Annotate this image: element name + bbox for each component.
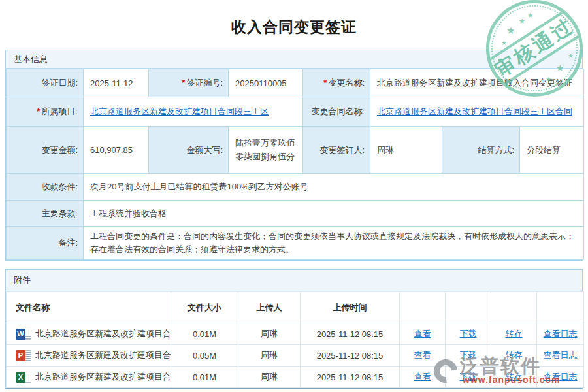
page: 收入合同变更签证 审核通过 ★ ★ ★ ★ ★ ★ ★ 基本信息 签证日期: 2…: [0, 0, 588, 392]
column-header-blank: [446, 292, 491, 323]
field-value-payment-terms: 次月20号前支付上月已结算的租赁费100%到乙方对公账号: [84, 174, 584, 201]
file-uploader: 周琳: [238, 345, 301, 367]
attachments-table: 文件名称 文件大小 上传人 上传时间 W 北京路道服务区新建及改扩建项目合 0.…: [6, 291, 584, 388]
table-row: 变更金额: 610,907.85 金额大写: 陆拾壹万零玖佰零柒圆捌角伍分 变更…: [7, 127, 584, 174]
table-row: 签证日期: 2025-11-12 *签证编号: 20250110005 *变更名…: [7, 69, 584, 97]
field-value-sign-no: 20250110005: [229, 69, 303, 97]
label-text: 签证编号:: [186, 78, 223, 88]
excel-file-icon: X: [16, 372, 31, 383]
file-upload-time: 2025-11-12 08:15: [301, 323, 400, 345]
field-value-change-contract: 北京路道服务区新建及改扩建项目合同段三工区合同: [370, 97, 584, 127]
file-name-cell: P 北京路道服务区新建及改扩建项目合: [7, 345, 171, 367]
label-text: 结算方式:: [478, 145, 514, 155]
ppt-file-icon: P: [16, 350, 31, 361]
field-label-main-clause: 主要条款:: [7, 201, 84, 227]
view-log-link[interactable]: 查看日志: [544, 350, 578, 360]
action-cell: 查看日志: [537, 345, 584, 367]
label-text: 收款条件:: [41, 182, 78, 191]
column-header-upload-time: 上传时间: [301, 292, 400, 323]
column-header-blank: [537, 292, 584, 323]
label-text: 变更合同名称:: [311, 106, 365, 116]
file-name-text: 北京路道服务区新建及改扩建项目合: [35, 350, 171, 361]
basic-info-panel: 基本信息 签证日期: 2025-11-12 *签证编号: 20250110005…: [5, 50, 583, 261]
field-label-remark: 备注:: [7, 227, 84, 260]
table-row: P 北京路道服务区新建及改扩建项目合 0.05M 周琳 2025-11-12 0…: [7, 345, 584, 367]
download-link[interactable]: 下载: [460, 350, 477, 360]
field-label-sign-date: 签证日期:: [7, 69, 84, 97]
view-link[interactable]: 查看: [414, 372, 431, 382]
view-log-link[interactable]: 查看日志: [544, 372, 578, 382]
action-cell: 转存: [491, 345, 537, 367]
label-text: 主要条款:: [41, 208, 78, 218]
label-text: 备注:: [58, 238, 78, 248]
column-header-blank: [400, 292, 446, 323]
file-size: 0.05M: [171, 345, 238, 367]
view-link[interactable]: 查看: [414, 350, 431, 360]
basic-info-table: 签证日期: 2025-11-12 *签证编号: 20250110005 *变更名…: [6, 69, 584, 260]
action-cell: 查看: [400, 323, 446, 345]
field-value-project: 北京路道服务区新建及改扩建项目合同段三工区: [84, 97, 303, 127]
view-link[interactable]: 查看: [414, 329, 431, 338]
table-row: 主要条款: 工程系统并验收合格: [7, 201, 584, 227]
label-text: 变更金额:: [41, 145, 78, 155]
field-value-amount-caps: 陆拾壹万零玖佰零柒圆捌角伍分: [229, 127, 303, 174]
field-label-change-contract: 变更合同名称:: [303, 97, 370, 127]
word-file-icon: W: [16, 329, 31, 340]
download-link[interactable]: 下载: [460, 372, 477, 382]
table-row: 收款条件: 次月20号前支付上月已结算的租赁费100%到乙方对公账号: [7, 174, 584, 201]
file-size: 0.01M: [171, 367, 238, 388]
action-cell: 查看: [400, 367, 446, 388]
attachments-panel: 附件 文件名称 文件大小 上传人 上传时间 W 北京路道服: [5, 269, 583, 389]
required-mark: *: [37, 106, 40, 116]
field-label-change-name: *变更名称:: [303, 69, 370, 97]
action-cell: 下载: [446, 345, 491, 367]
field-label-signer: 变更签订人:: [303, 127, 370, 174]
file-upload-time: 2025-11-12 08:15: [301, 367, 400, 388]
required-mark: *: [323, 78, 327, 88]
file-uploader: 周琳: [238, 367, 301, 388]
table-row: 备注: 工程合同变更的条件是：合同的内容发生变化；合同的变更须依当事人协议或直接…: [7, 227, 584, 260]
label-text: 金额大写:: [186, 145, 223, 155]
action-cell: 查看日志: [537, 367, 584, 388]
action-cell: 查看日志: [537, 323, 584, 345]
action-cell: 查看: [400, 345, 446, 367]
table-row: X 北京路道服务区新建及改扩建项目合 0.01M 周琳 2025-11-12 0…: [7, 367, 584, 388]
column-header-file-name: 文件名称: [7, 292, 171, 323]
transfer-link[interactable]: 转存: [506, 372, 523, 382]
field-value-change-name: 北京路道服务区新建及改扩建项目收入合同变更签证: [370, 69, 584, 97]
file-name-text: 北京路道服务区新建及改扩建项目合: [35, 371, 171, 383]
label-text: 所属项目:: [41, 106, 78, 116]
label-text: 变更名称:: [328, 78, 365, 88]
action-cell: 转存: [491, 323, 537, 345]
page-title: 收入合同变更签证: [0, 17, 588, 37]
label-text: 变更签订人:: [319, 145, 365, 155]
field-label-amount: 变更金额:: [7, 127, 84, 174]
star-icon: ★: [501, 40, 507, 46]
required-mark: *: [182, 78, 185, 88]
transfer-link[interactable]: 转存: [506, 329, 523, 338]
file-upload-time: 2025-11-12 08:15: [301, 345, 400, 367]
column-header-file-size: 文件大小: [171, 292, 238, 323]
column-header-uploader: 上传人: [238, 292, 301, 323]
view-log-link[interactable]: 查看日志: [544, 329, 578, 338]
file-name-text: 北京路道服务区新建及改扩建项目合: [35, 328, 171, 340]
project-link[interactable]: 北京路道服务区新建及改扩建项目合同段三工区: [90, 106, 269, 116]
label-text: 签证日期:: [41, 78, 78, 88]
field-value-settle-method: 分段结算: [520, 127, 584, 174]
file-uploader: 周琳: [238, 323, 301, 345]
field-value-signer: 周琳: [370, 127, 442, 174]
action-cell: 下载: [446, 367, 491, 388]
transfer-link[interactable]: 转存: [506, 350, 523, 360]
attachments-header-row: 文件名称 文件大小 上传人 上传时间: [7, 292, 584, 323]
field-value-sign-date: 2025-11-12: [84, 69, 149, 97]
file-name-cell: W 北京路道服务区新建及改扩建项目合: [7, 323, 171, 345]
field-label-sign-no: *签证编号:: [149, 69, 229, 97]
download-link[interactable]: 下载: [460, 329, 477, 338]
field-value-remark: 工程合同变更的条件是：合同的内容发生变化；合同的变更须依当事人协议或直接规定及法…: [84, 227, 584, 260]
change-contract-link[interactable]: 北京路道服务区新建及改扩建项目合同段三工区合同: [377, 106, 572, 116]
field-label-project: *所属项目:: [7, 97, 84, 127]
file-size: 0.01M: [171, 323, 238, 345]
field-value-main-clause: 工程系统并验收合格: [84, 201, 584, 227]
field-label-payment-terms: 收款条件:: [7, 174, 84, 201]
field-label-settle-method: 结算方式:: [442, 127, 520, 174]
